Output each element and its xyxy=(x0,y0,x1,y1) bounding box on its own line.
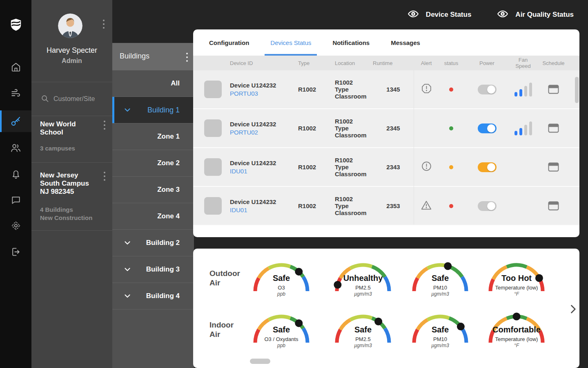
nav-access[interactable] xyxy=(0,110,31,132)
schedule-cell xyxy=(536,162,571,172)
device-name: Device U124232 xyxy=(230,159,298,166)
nav-users[interactable] xyxy=(0,137,31,159)
nav-home[interactable] xyxy=(0,56,31,78)
status-cell xyxy=(439,88,463,92)
gauge-status: Safe xyxy=(249,274,314,283)
devices-panel: ConfigurationDevices StatusNotifications… xyxy=(193,29,579,237)
gauge-metric: PM10 xyxy=(408,285,473,291)
building-item-label: Building 3 xyxy=(146,265,180,274)
device-code-link[interactable]: PORTU03 xyxy=(230,90,298,97)
chevron-down-icon xyxy=(123,105,132,114)
customer-menu-dots-icon[interactable] xyxy=(103,120,106,132)
calendar-icon[interactable] xyxy=(548,162,559,172)
building-item-zone-3[interactable]: Zone 3 xyxy=(112,177,194,203)
tab-devices-status[interactable]: Devices Status xyxy=(265,29,317,56)
profile-role: Admin xyxy=(31,57,112,65)
site-name[interactable]: New Jersey South Campus NJ 982345 xyxy=(40,171,102,196)
device-code-link[interactable]: IDU01 xyxy=(230,168,298,175)
device-code-link[interactable]: PORTU02 xyxy=(230,129,298,136)
site-menu-dots-icon[interactable] xyxy=(103,171,106,183)
device-location: R1002 Type Classroom xyxy=(335,195,373,216)
device-type: R1002 xyxy=(298,202,335,209)
status-label: Device Status xyxy=(426,11,472,19)
building-item-building-3[interactable]: Building 3 xyxy=(112,256,194,283)
power-toggle[interactable] xyxy=(478,162,497,172)
octagon-alert-icon[interactable] xyxy=(421,83,432,96)
gauge-o3-oxydants: SafeO3 / Oxydantsppb xyxy=(249,308,314,350)
status-toggle-device-status[interactable]: Device Status xyxy=(407,8,472,22)
buildings-panel: Buildings AllBuilding 1Zone 1Zone 2Zone … xyxy=(112,43,194,368)
device-type: R1002 xyxy=(298,164,335,171)
device-thumbnail xyxy=(204,158,222,176)
bell-icon xyxy=(11,168,21,179)
device-code-link[interactable]: IDU01 xyxy=(230,206,298,213)
top-status-bar: Device StatusAir Quality Status xyxy=(194,0,588,29)
eye-icon xyxy=(407,8,419,22)
building-item-label: Building 1 xyxy=(147,106,180,114)
air-quality-row-label: Outdoor Air xyxy=(209,269,240,287)
building-item-all[interactable]: All xyxy=(112,70,194,97)
calendar-icon[interactable] xyxy=(548,201,559,211)
profile-menu-dots-icon[interactable] xyxy=(102,19,105,31)
building-item-building-1[interactable]: Building 1 xyxy=(112,97,194,123)
power-toggle[interactable] xyxy=(478,85,497,94)
fan-speed-indicator[interactable] xyxy=(514,83,532,96)
triangle-alert-icon[interactable] xyxy=(421,200,432,213)
device-name: Device U124232 xyxy=(230,198,298,205)
nav-settings[interactable] xyxy=(0,215,31,236)
nav-air-flow[interactable] xyxy=(0,82,31,104)
nav-notifications[interactable] xyxy=(0,163,31,184)
gauge-status: Safe xyxy=(330,325,396,334)
device-runtime: 2353 xyxy=(373,202,414,209)
divider xyxy=(31,162,112,163)
tab-notifications[interactable]: Notifications xyxy=(327,29,375,56)
gauge-status: Unhealthy xyxy=(330,274,396,283)
table-scrollbar[interactable] xyxy=(575,77,579,103)
status-cell xyxy=(439,165,463,169)
search-input[interactable] xyxy=(53,92,109,105)
gauge-metric: PM10 xyxy=(408,336,473,342)
schedule-cell xyxy=(536,85,571,94)
col-header-type: Type xyxy=(298,60,335,66)
air-quality-scrollbar[interactable] xyxy=(250,359,270,364)
site-meta: 4 Buildings New Construction xyxy=(40,206,105,222)
building-item-label: Zone 3 xyxy=(157,186,180,194)
device-location: R1002 Type Classroom xyxy=(335,157,373,177)
fan-speed-cell xyxy=(510,121,536,135)
power-toggle[interactable] xyxy=(478,123,497,133)
circle-alert-icon[interactable] xyxy=(421,161,432,173)
col-header-device-id: Device ID xyxy=(230,60,298,66)
status-toggle-air-quality-status[interactable]: Air Quality Status xyxy=(497,8,574,22)
building-item-label: Zone 4 xyxy=(157,212,180,220)
calendar-icon[interactable] xyxy=(548,85,559,94)
fan-speed-indicator[interactable] xyxy=(514,121,532,135)
device-name: Device U124232 xyxy=(230,121,298,128)
buildings-menu-dots-icon[interactable] xyxy=(186,52,188,64)
table-header: Device IDTypeLocationRuntimeAlertstatusP… xyxy=(193,56,579,70)
building-item-zone-4[interactable]: Zone 4 xyxy=(112,203,194,230)
power-cell xyxy=(463,201,510,211)
home-icon xyxy=(11,62,21,72)
building-item-zone-2[interactable]: Zone 2 xyxy=(112,150,194,177)
status-cell xyxy=(439,126,463,130)
gauge-unit: µgm/m3 xyxy=(408,343,473,348)
power-toggle[interactable] xyxy=(478,201,497,211)
building-item-building-4[interactable]: Building 4 xyxy=(112,283,194,310)
gauge-marker xyxy=(374,318,382,325)
air-quality-panel: Outdoor AirSafeO3ppbUnhealthyPM2.5µgm/m3… xyxy=(193,249,579,368)
calendar-icon[interactable] xyxy=(548,123,559,133)
chevron-right-icon[interactable] xyxy=(567,303,579,316)
divider xyxy=(31,82,112,82)
device-location: R1002 Type Classroom xyxy=(335,118,373,139)
nav-messages[interactable] xyxy=(0,189,31,211)
tab-configuration[interactable]: Configuration xyxy=(203,29,255,56)
gauge-unit: °F xyxy=(484,291,549,297)
gauge-pm2-5: SafePM2.5µgm/m3 xyxy=(330,308,396,350)
building-item-building-2[interactable]: Building 2 xyxy=(112,230,194,256)
nav-logout[interactable] xyxy=(0,241,31,263)
power-cell xyxy=(463,85,510,94)
tab-messages[interactable]: Messages xyxy=(385,29,426,56)
customer-name[interactable]: New World School xyxy=(40,120,102,137)
building-item-zone-1[interactable]: Zone 1 xyxy=(112,123,194,150)
avatar[interactable] xyxy=(58,13,82,38)
